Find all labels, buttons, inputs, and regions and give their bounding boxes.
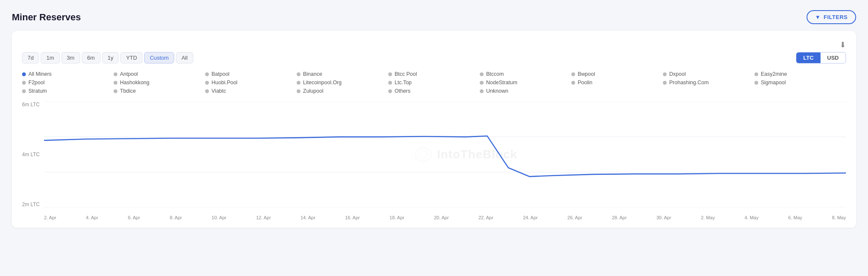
x-label-2apr: 2. Apr: [44, 215, 56, 220]
legend-label-tbdice: Tbdice: [120, 88, 136, 94]
legend-label-antpool: Antpool: [120, 71, 138, 77]
download-icon[interactable]: ⬇: [840, 40, 846, 50]
legend-label-nodestratum: NodeStratum: [486, 80, 517, 86]
legend-prohashing[interactable]: Prohashing.Com: [663, 80, 754, 86]
time-btn-custom[interactable]: Custom: [144, 52, 174, 63]
x-label-4apr: 4. Apr: [86, 215, 98, 220]
x-label-18apr: 18. Apr: [389, 215, 404, 220]
legend-poolin[interactable]: Poolin: [571, 80, 663, 86]
card-top: ⬇: [22, 40, 846, 50]
x-label-16apr: 16. Apr: [345, 215, 360, 220]
legend-dot-zulupool: [297, 89, 300, 93]
time-btn-3m[interactable]: 3m: [61, 52, 80, 63]
currency-toggle: LTC USD: [796, 52, 846, 63]
time-btn-ytd[interactable]: YTD: [120, 52, 142, 63]
legend-dot-btccom: [480, 72, 484, 76]
legend-dxpool[interactable]: Dxpool: [663, 71, 754, 77]
legend-all-miners[interactable]: All Miners: [22, 71, 114, 77]
legend-label-stratum: Stratum: [28, 88, 47, 94]
x-label-6apr: 6. Apr: [128, 215, 140, 220]
time-btn-1y[interactable]: 1y: [102, 52, 119, 63]
legend-dot-antpool: [114, 72, 117, 76]
legend-label-binance: Binance: [303, 71, 322, 77]
time-btn-7d[interactable]: 7d: [22, 52, 39, 63]
legend-hashokkong[interactable]: Hashokkong: [114, 80, 205, 86]
x-label-24apr: 24. Apr: [523, 215, 538, 220]
legend-btcc-pool[interactable]: Btcc Pool: [388, 71, 480, 77]
x-label-8apr: 8. Apr: [170, 215, 182, 220]
legend-easy2mine[interactable]: Easy2mine: [754, 71, 846, 77]
legend-litecoinpool[interactable]: Litecoinpool.Org: [297, 80, 388, 86]
legend-label-huobi-pool: Huobi.Pool: [211, 80, 237, 86]
legend-label-bwpool: Bwpool: [578, 71, 595, 77]
y-label-6m: 6m LTC: [22, 102, 44, 108]
header-row: Miner Reserves ▼ FILTERS: [12, 10, 856, 24]
time-btn-all[interactable]: All: [176, 52, 193, 63]
x-label-12apr: 12. Apr: [256, 215, 271, 220]
legend-sigmapool[interactable]: Sigmapool: [754, 80, 846, 86]
legend-label-batpool: Batpool: [211, 71, 229, 77]
legend-label-poolin: Poolin: [578, 80, 593, 86]
legend-bwpool[interactable]: Bwpool: [571, 71, 663, 77]
x-label-26apr: 26. Apr: [568, 215, 582, 220]
legend-label-easy2mine: Easy2mine: [761, 71, 787, 77]
chart-svg: [44, 102, 846, 207]
y-label-4m: 4m LTC: [22, 152, 44, 157]
legend-zulupool[interactable]: Zulupool: [297, 88, 388, 94]
filter-icon: ▼: [815, 14, 821, 20]
legend-dot-others: [388, 89, 392, 93]
legend-dot-dxpool: [663, 72, 667, 76]
legend-label-hashokkong: Hashokkong: [120, 80, 150, 86]
legend-others[interactable]: Others: [388, 88, 480, 94]
legend-dot-poolin: [571, 81, 575, 85]
main-card: ⬇ 7d 1m 3m 6m 1y YTD Custom All LTC USD …: [12, 31, 856, 228]
x-label-22apr: 22. Apr: [479, 215, 493, 220]
legend-dot-bwpool: [571, 72, 575, 76]
y-label-2m: 2m LTC: [22, 201, 44, 207]
x-label-10apr: 10. Apr: [211, 215, 226, 220]
legend-dot-all-miners: [22, 72, 26, 76]
x-label-4may: 4. May: [745, 215, 759, 220]
legend-nodestratum[interactable]: NodeStratum: [480, 80, 571, 86]
legend-label-btccom: Btccom: [486, 71, 504, 77]
legend-label-f2pool: F2pool: [28, 80, 45, 86]
legend-tbdice[interactable]: Tbdice: [114, 88, 205, 94]
legend-btccom[interactable]: Btccom: [480, 71, 571, 77]
filters-label: FILTERS: [823, 14, 848, 20]
legend-viabtc[interactable]: Viabtc: [205, 88, 297, 94]
x-label-8may: 8. May: [832, 215, 846, 220]
legend-ltc-top[interactable]: Ltc.Top: [388, 80, 480, 86]
filters-button[interactable]: ▼ FILTERS: [807, 10, 856, 24]
legend-dot-hashokkong: [114, 81, 117, 85]
page-title: Miner Reserves: [12, 12, 81, 23]
currency-btn-ltc[interactable]: LTC: [796, 52, 820, 63]
legend-huobi-pool[interactable]: Huobi.Pool: [205, 80, 297, 86]
currency-btn-usd[interactable]: USD: [821, 52, 846, 63]
legend-f2pool[interactable]: F2pool: [22, 80, 114, 86]
legend-dot-btcc-pool: [388, 72, 392, 76]
legend-binance[interactable]: Binance: [297, 71, 388, 77]
x-label-14apr: 14. Apr: [300, 215, 315, 220]
x-label-28apr: 28. Apr: [612, 215, 627, 220]
legend-label-prohashing: Prohashing.Com: [669, 80, 709, 86]
legend-dot-easy2mine: [754, 72, 758, 76]
x-label-20apr: 20. Apr: [434, 215, 449, 220]
chart-x-labels: 2. Apr 4. Apr 6. Apr 8. Apr 10. Apr 12. …: [44, 207, 846, 220]
time-btn-6m[interactable]: 6m: [82, 52, 100, 63]
legend-unknown[interactable]: Unknown: [480, 88, 571, 94]
chart-svg-wrapper: IntoTheBlock: [44, 102, 846, 207]
page-container: Miner Reserves ▼ FILTERS ⬇ 7d 1m 3m 6m 1…: [0, 0, 868, 276]
x-label-30apr: 30. Apr: [657, 215, 671, 220]
legend-dot-sigmapool: [754, 81, 758, 85]
legend-label-others: Others: [395, 88, 411, 94]
legend-dot-huobi-pool: [205, 81, 209, 85]
time-btn-1m[interactable]: 1m: [41, 52, 59, 63]
legend-dot-viabtc: [205, 89, 209, 93]
legend-batpool[interactable]: Batpool: [205, 71, 297, 77]
controls-row: 7d 1m 3m 6m 1y YTD Custom All LTC USD: [22, 52, 846, 63]
legend-stratum[interactable]: Stratum: [22, 88, 114, 94]
legend-dot-nodestratum: [480, 81, 484, 85]
legend-label-viabtc: Viabtc: [211, 88, 226, 94]
legend-dot-ltc-top: [388, 81, 392, 85]
legend-antpool[interactable]: Antpool: [114, 71, 205, 77]
